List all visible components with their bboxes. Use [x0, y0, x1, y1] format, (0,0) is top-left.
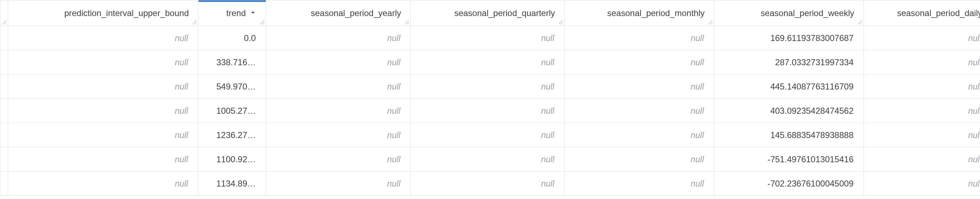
null-value: null	[968, 130, 980, 140]
cell: null	[266, 123, 411, 147]
cell-value: -751.49761013015416	[767, 154, 854, 164]
resize-handle-icon[interactable]	[259, 19, 265, 25]
cell-value: 0.0	[244, 33, 256, 43]
cell-stub	[0, 50, 8, 75]
cell-value: 549.970…	[216, 82, 256, 92]
cell-value: 403.09235428474562	[770, 106, 854, 116]
column-header-seasonal-period-daily[interactable]: seasonal_period_daily	[864, 0, 980, 26]
table-row[interactable]: null338.716…nullnullnull287.033273199733…	[0, 50, 980, 75]
column-header-seasonal-period-yearly[interactable]: seasonal_period_yearly	[266, 0, 411, 26]
null-value: null	[691, 33, 704, 43]
null-value: null	[541, 179, 554, 189]
cell: null	[864, 26, 980, 50]
column-header-prediction-interval-upper-bound[interactable]: prediction_interval_upper_bound	[8, 0, 199, 26]
column-header-seasonal-period-weekly[interactable]: seasonal_period_weekly	[714, 0, 864, 26]
null-value: null	[541, 82, 554, 92]
null-value: null	[387, 33, 400, 43]
cell: null	[8, 50, 199, 75]
table-row[interactable]: null0.0nullnullnull169.61193783007687nul…	[0, 26, 980, 50]
null-value: null	[175, 33, 188, 43]
null-value: null	[387, 154, 400, 164]
cell: null	[411, 26, 565, 50]
cell: null	[411, 172, 565, 196]
sort-desc-icon	[249, 8, 256, 18]
cell-value: 169.61193783007687	[770, 33, 854, 43]
null-value: null	[968, 154, 980, 164]
cell: null	[266, 75, 411, 99]
cell: 287.0332731997334	[714, 50, 864, 75]
resize-handle-icon[interactable]	[857, 19, 862, 25]
null-value: null	[175, 130, 188, 140]
column-label: seasonal_period_weekly	[760, 8, 854, 18]
cell: null	[565, 99, 714, 123]
column-label: seasonal_period_monthly	[607, 8, 705, 18]
column-header-seasonal-period-quarterly[interactable]: seasonal_period_quarterly	[411, 0, 565, 26]
column-header-trend[interactable]: trend	[199, 0, 266, 26]
null-value: null	[968, 82, 980, 92]
cell: null	[565, 75, 714, 99]
cell: null	[565, 50, 714, 75]
cell: null	[8, 147, 199, 172]
cell: null	[8, 123, 199, 147]
cell: null	[565, 147, 714, 172]
cell: null	[565, 123, 714, 147]
cell: null	[411, 123, 565, 147]
column-header-stub[interactable]	[0, 0, 8, 26]
cell: null	[864, 147, 980, 172]
cell-value: 1100.92…	[216, 154, 256, 164]
cell: null	[411, 75, 565, 99]
null-value: null	[541, 57, 554, 67]
cell-value: 1005.27…	[216, 106, 256, 116]
cell: 1236.27…	[199, 123, 266, 147]
column-label: prediction_interval_upper_bound	[64, 8, 189, 18]
column-label: seasonal_period_yearly	[311, 8, 401, 18]
cell-value: 338.716…	[216, 57, 256, 67]
null-value: null	[387, 57, 400, 67]
cell: null	[411, 50, 565, 75]
cell: null	[266, 172, 411, 196]
cell: null	[8, 26, 199, 50]
null-value: null	[541, 106, 554, 116]
cell: null	[565, 26, 714, 50]
cell: null	[411, 99, 565, 123]
cell-value: 145.68835478938888	[770, 130, 854, 140]
resize-handle-icon[interactable]	[557, 19, 563, 25]
table-row[interactable]: null1134.89…nullnullnull-702.23676100045…	[0, 172, 980, 196]
column-header-seasonal-period-monthly[interactable]: seasonal_period_monthly	[565, 0, 714, 26]
cell-stub	[0, 123, 8, 147]
resize-handle-icon[interactable]	[404, 19, 409, 25]
column-label: seasonal_period_daily	[897, 8, 980, 18]
cell: 549.970…	[199, 75, 266, 99]
cell: null	[8, 99, 199, 123]
cell: null	[266, 26, 411, 50]
cell: 338.716…	[199, 50, 266, 75]
cell: 403.09235428474562	[714, 99, 864, 123]
table-row[interactable]: null1005.27…nullnullnull403.092354284745…	[0, 99, 980, 123]
null-value: null	[175, 154, 188, 164]
null-value: null	[968, 179, 980, 189]
table-body: null0.0nullnullnull169.61193783007687nul…	[0, 26, 980, 196]
resize-handle-icon[interactable]	[191, 19, 197, 25]
cell: 1005.27…	[199, 99, 266, 123]
table-row[interactable]: null1236.27…nullnullnull145.688354789388…	[0, 123, 980, 147]
null-value: null	[387, 130, 400, 140]
column-label: seasonal_period_quarterly	[454, 8, 555, 18]
cell: null	[864, 99, 980, 123]
null-value: null	[691, 179, 704, 189]
table-row[interactable]: null1100.92…nullnullnull-751.49761013015…	[0, 147, 980, 172]
active-sort-indicator	[199, 0, 266, 2]
table-row[interactable]: null549.970…nullnullnull445.140877631167…	[0, 75, 980, 99]
cell: null	[266, 99, 411, 123]
cell: null	[411, 147, 565, 172]
cell: 145.68835478938888	[714, 123, 864, 147]
cell: null	[864, 50, 980, 75]
cell-stub	[0, 147, 8, 172]
null-value: null	[387, 106, 400, 116]
cell: null	[266, 147, 411, 172]
cell: null	[565, 172, 714, 196]
cell: -702.23676100045009	[714, 172, 864, 196]
resize-handle-icon[interactable]	[1, 19, 7, 25]
resize-handle-icon[interactable]	[707, 19, 713, 25]
cell-value: -702.23676100045009	[767, 179, 854, 189]
cell: null	[8, 172, 199, 196]
